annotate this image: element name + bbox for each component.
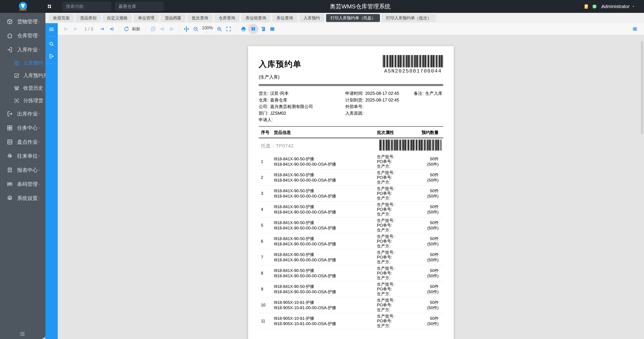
app-logo[interactable]: WMS (18, 2, 28, 12)
next-view-button[interactable] (167, 24, 176, 34)
sidebar-item-task-center[interactable]: 任务中心 (0, 121, 46, 135)
function-search-input[interactable] (62, 2, 111, 11)
pan-button[interactable] (182, 24, 191, 34)
sidebar-item-sorting-tally[interactable]: 分拣理货 (0, 94, 46, 107)
batch-attrs: 生产批号:PO单号:生产方: (377, 154, 414, 169)
batch-label: 生产方: (377, 291, 414, 296)
sidebar-item-inbound-reservation[interactable]: 入库预约 (0, 57, 46, 69)
sidebar-item-system-settings[interactable]: 系统设置 (0, 191, 46, 205)
exit-icon[interactable] (45, 50, 58, 62)
refresh-button[interactable] (122, 24, 131, 34)
qty-main: 50件 (414, 188, 439, 193)
notes-icon[interactable] (583, 4, 589, 10)
batch-label: PO单号: (377, 255, 414, 260)
tab-入库预约[interactable]: 入库预约 (299, 14, 324, 22)
refresh-label[interactable]: 刷新 (132, 26, 140, 32)
book-view-button[interactable] (248, 24, 258, 34)
document-header: 入库预约单 (生产入库) ASN2025081700044 (259, 55, 443, 80)
goods-code: I918-905X-10-81-护膝 (274, 300, 377, 305)
sidebar-item-label: 分拣理货 (23, 97, 43, 104)
batch-label: PO单号: (377, 239, 414, 244)
sidebar-item-inbound[interactable]: 入库作业 (0, 43, 46, 57)
print-button[interactable] (239, 24, 248, 34)
accordion-view-button[interactable] (268, 24, 277, 34)
qty-main: 50件 (414, 204, 439, 209)
qty-main: 50件 (414, 252, 439, 257)
sidebar-item-warehouse[interactable]: 仓库管理 (0, 29, 46, 43)
tab-单位管理[interactable]: 单位管理 (134, 14, 159, 22)
preview-area: 入库预约单 (生产入库) ASN2025081700044 货主:汉艮-冈本 申… (58, 35, 644, 339)
first-page-button[interactable] (62, 24, 71, 34)
divider (236, 25, 236, 33)
reserved-qty: 50件(50件) (414, 172, 443, 183)
copy-page-button[interactable] (148, 24, 158, 34)
batch-label: 生产批号: (377, 314, 414, 318)
sidebar-item-label: 条码管理 (17, 181, 38, 188)
tab-欢迎页面[interactable]: 欢迎页面 (49, 14, 74, 22)
sidebar-item-outbound[interactable]: 出库作业 (0, 107, 46, 121)
table-row: 4I918-841X-90-50-护膝I918-841X-90-50-00-00… (259, 201, 443, 217)
batch-label: 生产方: (377, 180, 414, 185)
tab-库位查询[interactable]: 库位查询 (272, 14, 297, 22)
scroll-view-button[interactable] (258, 24, 268, 34)
goods-sku: I918-841X-90-50-00-00-OSA-护膝 (274, 257, 377, 262)
viewer-settings-button[interactable] (630, 24, 640, 34)
goods-sku: I918-841X-90-50-00-00-OSA-护膝 (274, 225, 377, 231)
batch-attrs: 生产批号:PO单号:生产方: (377, 298, 414, 312)
batch-label: 生产批号: (377, 266, 414, 271)
goods-code: I918-841X-90-50-护膝 (274, 204, 377, 209)
goods-info: I918-905X-10-81-护膝I918-905X-10-81-00-00-… (274, 300, 377, 310)
tab-打印入库预约单（托盘）[interactable]: 打印入库预约单（托盘） (326, 14, 380, 22)
chevron-down-icon (38, 19, 41, 24)
qty-main: 50件 (414, 220, 439, 225)
qty-main: 50件 (414, 300, 439, 305)
last-page-button[interactable] (107, 24, 116, 34)
asn-number: ASN2025081700044 (383, 68, 443, 74)
row-index: 7 (259, 255, 274, 260)
menu-toggle-icon[interactable] (45, 23, 58, 36)
tab-仓库查询[interactable]: 仓库查询 (214, 14, 240, 22)
sidebar-item-partners[interactable]: 往来单位 (0, 149, 46, 163)
warehouse-select-input[interactable] (115, 2, 164, 11)
goods-sku: I918-841X-90-50-00-00-OSA-护膝 (274, 193, 377, 199)
clock-icon[interactable] (592, 4, 598, 10)
prev-view-button[interactable] (158, 24, 167, 34)
qty-sub: (50件) (414, 162, 439, 167)
tab-批次查询[interactable]: 批次查询 (188, 14, 212, 22)
user-menu[interactable]: Administrator (601, 0, 635, 13)
search-icon[interactable] (45, 38, 58, 50)
zoom-out-button[interactable] (191, 24, 200, 34)
goods-code: I918-841X-90-50-护膝 (274, 252, 377, 257)
doc-check-icon (6, 139, 13, 145)
sidebar-item-barcode-mgmt[interactable]: 条码管理 (0, 177, 46, 191)
sidebar-item-receiving-history[interactable]: 收货历史 (0, 82, 46, 94)
fullscreen-button[interactable] (224, 24, 233, 34)
sidebar-item-stocktake[interactable]: 盘点作业 (0, 135, 46, 149)
tab-货品档案[interactable]: 货品档案 (160, 14, 186, 22)
sidebar-item-goods[interactable]: 货物管理 (0, 15, 46, 29)
tab-库位组查询[interactable]: 库位组查询 (241, 14, 270, 22)
tab-打印入库预约单（批次）[interactable]: 打印入库预约单（批次） (382, 14, 436, 22)
sidebar-item-report-center[interactable]: 报表中心 (0, 163, 46, 177)
tab-bar: 欢迎页面货品类别自定义规格单位管理货品档案批次查询仓库查询库位组查询库位查询入库… (46, 13, 644, 23)
tab-自定义规格[interactable]: 自定义规格 (103, 14, 132, 22)
double-rule (259, 84, 443, 86)
qty-sub: (50件) (414, 289, 439, 294)
zoom-level-dropdown[interactable]: 100% ... (202, 26, 213, 33)
vertical-scrollbar[interactable] (641, 41, 643, 134)
pallet-barcode (379, 140, 442, 151)
next-page-button[interactable] (98, 24, 107, 34)
batch-label: 生产方: (377, 307, 414, 312)
prev-page-button[interactable] (71, 24, 80, 34)
menu-list-icon[interactable] (19, 331, 25, 337)
goods-info: I918-841X-90-50-护膝I918-841X-90-50-00-00-… (274, 172, 377, 183)
batch-label: PO单号: (377, 223, 414, 228)
batch-label: 生产批号: (377, 154, 414, 159)
batch-attrs: 生产批号:PO单号:生产方: (377, 234, 414, 248)
sidebar-item-inbound-reservation-create[interactable]: 入库预约开单 (0, 69, 46, 82)
batch-attrs: 生产批号:PO单号:生产方: (377, 202, 414, 217)
owner-label: 货主: (259, 91, 268, 96)
tab-货品类别[interactable]: 货品类别 (76, 14, 101, 22)
zoom-in-button[interactable] (215, 24, 224, 34)
apps-grid-icon[interactable] (46, 4, 52, 9)
